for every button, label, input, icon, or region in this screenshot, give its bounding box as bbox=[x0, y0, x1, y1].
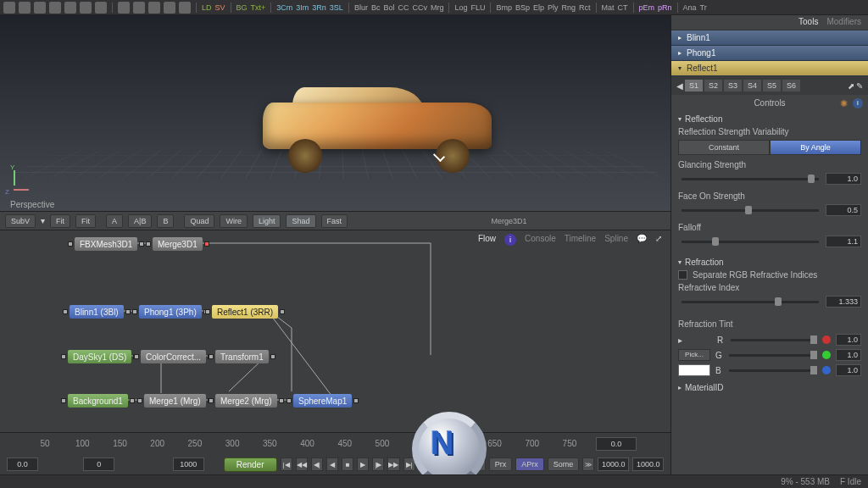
cc-tool[interactable]: CC bbox=[398, 3, 409, 12]
new-icon[interactable] bbox=[3, 2, 15, 14]
mat-tool[interactable]: Mat bbox=[602, 3, 615, 12]
s6-tab[interactable]: S6 bbox=[782, 80, 800, 92]
blur-tool[interactable]: Blur bbox=[354, 3, 368, 12]
refridx-value[interactable]: 1.333 bbox=[826, 296, 861, 308]
3rn-tool[interactable]: 3Rn bbox=[312, 3, 326, 12]
tab-spline[interactable]: Spline bbox=[604, 234, 628, 246]
gear-icon[interactable]: ✺ bbox=[840, 98, 848, 109]
bg-tool[interactable]: BG bbox=[236, 3, 248, 12]
elp-tool[interactable]: Elp bbox=[533, 3, 544, 12]
current-frame[interactable]: 0 bbox=[83, 458, 114, 471]
layout5-icon[interactable] bbox=[179, 2, 191, 14]
r-value[interactable]: 1.0 bbox=[836, 334, 861, 346]
tab-flow[interactable]: Flow bbox=[478, 234, 496, 246]
mb-button[interactable]: MB bbox=[462, 458, 486, 471]
s1-tab[interactable]: S1 bbox=[685, 80, 703, 92]
node-merge1[interactable]: Merge1 (Mrg) bbox=[144, 394, 206, 408]
script-icon[interactable]: ✎ bbox=[856, 81, 863, 91]
material-reflect-header[interactable]: ▾Reflect1 bbox=[671, 61, 868, 76]
materialid-header[interactable]: ▸MaterialID bbox=[678, 381, 861, 394]
save-icon[interactable] bbox=[34, 2, 46, 14]
redo-icon[interactable] bbox=[95, 2, 107, 14]
next-frame-button[interactable]: |▶ bbox=[372, 458, 384, 471]
expand-icon[interactable]: ⤢ bbox=[655, 234, 662, 246]
slider-track[interactable] bbox=[682, 178, 819, 180]
aprx-button[interactable]: APrx bbox=[515, 458, 544, 471]
stop-button[interactable]: ■ bbox=[342, 458, 353, 471]
flow-editor[interactable]: Flow i Console Timeline Spline 💬 ⤢ bbox=[0, 230, 670, 432]
ld-tool[interactable]: LD bbox=[202, 3, 212, 12]
slider-track[interactable] bbox=[682, 209, 819, 212]
seprgb-checkbox[interactable] bbox=[678, 270, 687, 280]
3cm-tool[interactable]: 3Cm bbox=[276, 3, 292, 12]
3im-tool[interactable]: 3Im bbox=[296, 3, 309, 12]
copy-icon[interactable] bbox=[49, 2, 61, 14]
ana-tool[interactable]: Ana bbox=[683, 3, 697, 12]
s4-tab[interactable]: S4 bbox=[743, 80, 761, 92]
layout4-icon[interactable] bbox=[164, 2, 175, 14]
falloff-value[interactable]: 1.1 bbox=[826, 236, 861, 247]
paste-icon[interactable] bbox=[64, 2, 76, 14]
faceon-value[interactable]: 0.5 bbox=[826, 204, 861, 216]
material-phong-header[interactable]: ▸Phong1 bbox=[671, 46, 868, 61]
range-out1[interactable]: 1000.0 bbox=[598, 458, 629, 471]
g-value[interactable]: 1.0 bbox=[836, 349, 861, 361]
color-swatch[interactable] bbox=[678, 364, 710, 376]
rct-tool[interactable]: Rct bbox=[579, 3, 591, 12]
node-colorcorrect[interactable]: ColorCorrect... bbox=[141, 350, 206, 363]
slider-track[interactable] bbox=[682, 301, 819, 303]
constant-option[interactable]: Constant bbox=[678, 140, 770, 155]
comment-icon[interactable]: 💬 bbox=[637, 234, 647, 246]
slider-track[interactable] bbox=[682, 241, 819, 243]
flu-tool[interactable]: FLU bbox=[470, 3, 485, 12]
link-icon[interactable]: ⬈ bbox=[848, 81, 854, 91]
view-b-button[interactable]: B bbox=[157, 214, 174, 228]
node-fbxmesh[interactable]: FBXMesh3D1 bbox=[75, 237, 137, 251]
subv-dropdown[interactable]: SubV bbox=[5, 214, 36, 228]
next-range-button[interactable]: ≫ bbox=[582, 458, 594, 471]
light-button[interactable]: Light bbox=[253, 214, 281, 228]
node-reflect[interactable]: Reflect1 (3RR) bbox=[212, 305, 278, 319]
bsp-tool[interactable]: BSp bbox=[515, 3, 530, 12]
node-background[interactable]: Background1 bbox=[68, 394, 128, 408]
view-ab-button[interactable]: A|B bbox=[128, 214, 152, 228]
b-value[interactable]: 1.0 bbox=[836, 364, 861, 376]
rng-tool[interactable]: Rng bbox=[562, 3, 576, 12]
ply-tool[interactable]: Ply bbox=[548, 3, 559, 12]
reflection-header[interactable]: ▾Reflection bbox=[678, 113, 861, 125]
tab-timeline[interactable]: Timeline bbox=[565, 234, 596, 246]
byangle-option[interactable]: By Angle bbox=[770, 140, 861, 155]
node-merge3d[interactable]: Merge3D1 bbox=[153, 237, 203, 251]
glancing-value[interactable]: 1.0 bbox=[826, 173, 861, 185]
step-fwd-button[interactable]: ▶▶ bbox=[387, 458, 399, 471]
bmp-tool[interactable]: Bmp bbox=[496, 3, 512, 12]
node-daysky[interactable]: DaySky1 (DS) bbox=[68, 350, 131, 363]
fit2-button[interactable]: Fit bbox=[75, 214, 96, 228]
duration[interactable]: 1000 bbox=[173, 458, 204, 471]
play-button[interactable]: ▶ bbox=[357, 458, 369, 471]
time-ruler[interactable]: 50 100 150 200 250 300 350 400 450 500 5… bbox=[0, 433, 670, 454]
layout2-icon[interactable] bbox=[133, 2, 145, 14]
node-transform[interactable]: Transform1 bbox=[215, 350, 269, 363]
ccv-tool[interactable]: CCv bbox=[412, 3, 427, 12]
prn-tool[interactable]: pRn bbox=[658, 3, 672, 12]
3d-viewport[interactable]: Y Z Perspective bbox=[0, 15, 670, 212]
ct-tool[interactable]: CT bbox=[618, 3, 628, 12]
material-blinn-header[interactable]: ▸Blinn1 bbox=[671, 30, 868, 46]
tab-modifiers[interactable]: Modifiers bbox=[826, 17, 861, 28]
layout1-icon[interactable] bbox=[118, 2, 130, 14]
hiq-button[interactable]: HiQ bbox=[434, 458, 459, 471]
s3-tab[interactable]: S3 bbox=[724, 80, 742, 92]
fast-button[interactable]: Fast bbox=[321, 214, 348, 228]
s5-tab[interactable]: S5 bbox=[763, 80, 781, 92]
wire-button[interactable]: Wire bbox=[220, 214, 248, 228]
tab-tools[interactable]: Tools bbox=[798, 17, 818, 28]
3sl-tool[interactable]: 3SL bbox=[330, 3, 343, 12]
render-button[interactable]: Render bbox=[224, 458, 277, 472]
range-out2[interactable]: 1000.0 bbox=[632, 458, 664, 471]
pem-tool[interactable]: pEm bbox=[639, 3, 655, 12]
view-a-button[interactable]: A bbox=[106, 214, 123, 228]
goto-start-button[interactable]: |◀ bbox=[281, 458, 292, 471]
open-icon[interactable] bbox=[19, 2, 31, 14]
tab-console[interactable]: Console bbox=[525, 234, 556, 246]
